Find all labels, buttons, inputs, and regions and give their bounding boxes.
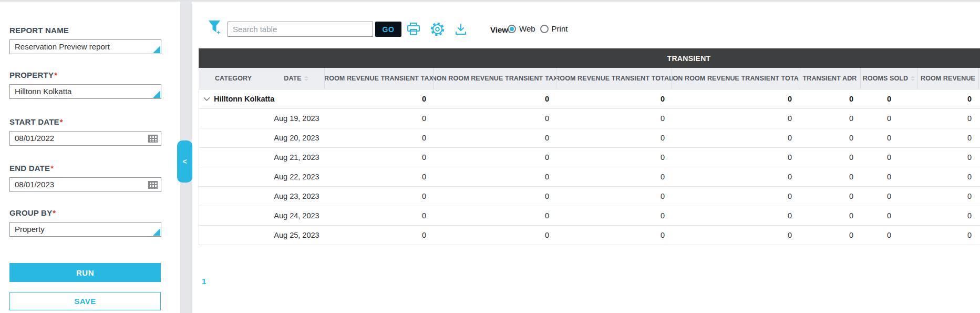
value-cell: 0 xyxy=(917,192,979,200)
end-date-value: 08/01/2023 xyxy=(15,180,54,189)
view-web-radio[interactable]: Web xyxy=(508,24,535,33)
column-header-transient-adr[interactable]: TRANSIENT ADR xyxy=(799,68,860,89)
column-header-non-room-revenue-transient-total[interactable]: NON ROOM REVENUE TRANSIENT TOTAL xyxy=(672,68,799,89)
group-by-label: GROUP BY* xyxy=(9,208,161,217)
dropdown-corner-icon xyxy=(153,46,160,53)
value-cell: 0 xyxy=(325,192,434,200)
dropdown-corner-icon xyxy=(153,228,160,236)
column-header-room-revenue[interactable]: ROOM REVENUE xyxy=(917,68,978,89)
value-cell: 0 xyxy=(672,114,799,123)
value-cell: 0 xyxy=(799,153,861,161)
filter-add-icon[interactable]: + xyxy=(208,20,222,39)
value-cell: 0 xyxy=(325,134,434,142)
date-cell: Aug 23, 2023 xyxy=(269,192,325,200)
value-cell: 0 xyxy=(917,231,979,239)
value-cell: 0 xyxy=(799,231,861,239)
value-cell: 0 xyxy=(861,192,917,200)
value-cell: 0 xyxy=(434,153,556,161)
view-print-radio[interactable]: Print xyxy=(540,24,568,33)
field-property: PROPERTY* Hilltonn Kolkatta xyxy=(9,70,161,99)
report-page: REPORT NAME Reservation Preview report P… xyxy=(0,0,980,313)
value-cell: 0 xyxy=(556,95,672,103)
field-group-by: GROUP BY* Property xyxy=(9,208,161,237)
end-date-input[interactable]: 08/01/2023 xyxy=(9,177,161,192)
value-cell: 0 xyxy=(434,231,556,239)
transient-group-header: TRANSIENT xyxy=(199,48,980,68)
value-cell: 0 xyxy=(325,173,434,181)
date-data-row: Aug 20, 20230000000 xyxy=(199,128,980,148)
value-cell: 0 xyxy=(672,95,799,103)
value-cell: 0 xyxy=(434,211,556,220)
value-cell: 0 xyxy=(917,114,979,123)
group-by-value: Property xyxy=(15,225,45,234)
value-cell: 0 xyxy=(434,95,556,103)
report-filters-sidebar: REPORT NAME Reservation Preview report P… xyxy=(0,2,180,313)
save-button[interactable]: SAVE xyxy=(9,292,161,310)
column-header-non-room-revenue-transient-tax[interactable]: NON ROOM REVENUE TRANSIENT TAX xyxy=(433,68,556,89)
value-cell: 0 xyxy=(672,173,799,181)
date-cell: Aug 20, 2023 xyxy=(269,134,325,142)
search-input[interactable] xyxy=(228,22,373,37)
date-cell: Aug 19, 2023 xyxy=(269,114,325,123)
date-cell: Aug 24, 2023 xyxy=(269,211,325,220)
gear-icon[interactable] xyxy=(430,22,445,39)
report-name-dropdown[interactable]: Reservation Preview report xyxy=(9,39,161,54)
calendar-icon[interactable] xyxy=(148,135,158,143)
report-table: TRANSIENT CATEGORYDATEROOM REVENUE TRANS… xyxy=(199,48,980,246)
property-dropdown[interactable]: Hilltonn Kolkatta xyxy=(9,84,161,99)
column-header-room-revenue-transient-total[interactable]: ROOM REVENUE TRANSIENT TOTAL xyxy=(556,68,672,89)
value-cell: 0 xyxy=(434,134,556,142)
radio-unselected-icon xyxy=(540,25,549,33)
go-button[interactable]: GO xyxy=(375,22,401,37)
value-cell: 0 xyxy=(556,134,672,142)
value-cell: 0 xyxy=(799,134,861,142)
run-button[interactable]: RUN xyxy=(9,263,161,282)
group-by-dropdown[interactable]: Property xyxy=(9,222,161,237)
field-start-date: START DATE* 08/01/2022 xyxy=(9,117,161,146)
value-cell: 0 xyxy=(325,114,434,123)
sort-icon[interactable] xyxy=(911,76,915,81)
sort-icon[interactable] xyxy=(304,76,308,81)
column-header-rooms-sold[interactable]: ROOMS SOLD xyxy=(860,68,917,89)
value-cell: 0 xyxy=(672,231,799,239)
column-header-category[interactable]: CATEGORY xyxy=(199,68,268,89)
start-date-input[interactable]: 08/01/2022 xyxy=(9,131,161,146)
view-mode-radio-group: Web Print xyxy=(508,24,568,33)
calendar-icon[interactable] xyxy=(148,181,158,189)
value-cell: 0 xyxy=(556,211,672,220)
chevron-down-icon[interactable] xyxy=(203,95,210,103)
dropdown-corner-icon xyxy=(153,90,160,98)
value-cell: 0 xyxy=(434,173,556,181)
column-header-date[interactable]: DATE xyxy=(268,68,324,89)
value-cell: 0 xyxy=(861,173,917,181)
sidebar-collapse-button[interactable]: < xyxy=(177,140,192,183)
value-cell: 0 xyxy=(917,211,979,220)
value-cell: 0 xyxy=(556,153,672,161)
value-cell: 0 xyxy=(325,153,434,161)
date-cell: Aug 25, 2023 xyxy=(269,231,325,239)
value-cell: 0 xyxy=(325,95,434,103)
date-data-row: Aug 19, 20230000000 xyxy=(199,109,980,128)
table-body: Hilltonn Kolkatta0000000Aug 19, 20230000… xyxy=(199,89,980,245)
property-label: PROPERTY* xyxy=(9,70,161,79)
column-header-room-revenue-transient-tax[interactable]: ROOM REVENUE TRANSIENT TAX xyxy=(324,68,433,89)
date-cell: Aug 22, 2023 xyxy=(269,173,325,181)
value-cell: 0 xyxy=(556,231,672,239)
end-date-label: END DATE* xyxy=(9,164,161,173)
value-cell: 0 xyxy=(861,211,917,220)
date-data-row: Aug 21, 20230000000 xyxy=(199,148,980,167)
date-data-row: Aug 23, 20230000000 xyxy=(199,187,980,206)
download-icon[interactable] xyxy=(454,23,468,38)
date-data-row: Aug 24, 20230000000 xyxy=(199,206,980,226)
value-cell: 0 xyxy=(861,134,917,142)
property-value: Hilltonn Kolkatta xyxy=(15,87,71,96)
date-data-row: Aug 25, 20230000000 xyxy=(199,226,980,245)
value-cell: 0 xyxy=(799,95,861,103)
date-data-row: Aug 22, 20230000000 xyxy=(199,167,980,187)
pagination-page-1[interactable]: 1 xyxy=(202,277,206,286)
printer-icon[interactable] xyxy=(406,22,421,38)
value-cell: 0 xyxy=(556,114,672,123)
value-cell: 0 xyxy=(917,95,979,103)
start-date-value: 08/01/2022 xyxy=(15,134,54,143)
category-cell: Hilltonn Kolkatta xyxy=(199,95,269,103)
